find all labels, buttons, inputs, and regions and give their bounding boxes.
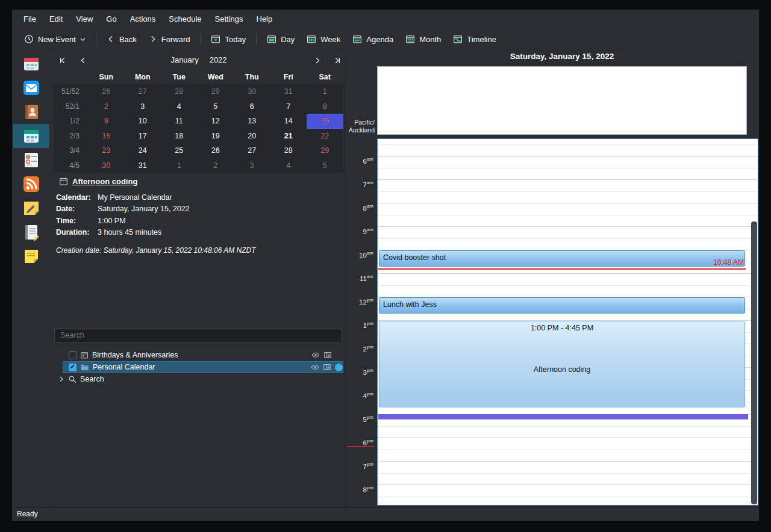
calendar-checkbox[interactable] <box>69 363 76 371</box>
calendar-search-row[interactable]: Search <box>54 373 343 385</box>
day-cell[interactable]: 11 <box>161 114 198 129</box>
week-number[interactable]: 52/1 <box>54 99 88 114</box>
day-cell[interactable]: 16 <box>88 129 125 144</box>
menu-help[interactable]: Help <box>250 12 279 26</box>
sidebar-item-notes[interactable] <box>13 196 49 220</box>
week-number[interactable]: 2/3 <box>54 129 88 144</box>
week-view-button[interactable]: Week <box>301 31 346 47</box>
sidebar-item-feeds[interactable] <box>13 172 49 196</box>
day-cell[interactable]: 26 <box>198 143 234 158</box>
date-navigator-grid[interactable]: 51/52262728293031152/123456781/291011121… <box>54 84 343 173</box>
calendar-list-item[interactable]: Birthdays & Anniversaries <box>54 349 343 361</box>
sidebar-item-mail[interactable] <box>13 76 49 100</box>
day-cell[interactable]: 1 <box>307 84 343 99</box>
agenda-event[interactable]: Lunch with Jess <box>379 297 745 314</box>
calendar-list-item-selected[interactable]: Personal Calendar <box>63 361 343 373</box>
agenda-scrollbar-thumb[interactable] <box>751 221 757 504</box>
day-cell[interactable]: 3 <box>234 158 270 173</box>
agenda-event[interactable]: 1:00 PM - 4:45 PMAfternoon coding <box>379 321 745 407</box>
day-view-button[interactable]: Day <box>261 31 301 47</box>
agenda-event[interactable]: Covid booster shot <box>379 250 745 267</box>
day-cell[interactable]: 30 <box>234 84 270 99</box>
day-cell[interactable]: 1 <box>161 158 198 173</box>
week-number[interactable]: 4/5 <box>54 158 88 173</box>
day-cell[interactable]: 31 <box>125 158 161 173</box>
day-cell[interactable]: 5 <box>198 99 234 114</box>
menu-view[interactable]: View <box>69 12 99 26</box>
sidebar-item-todo[interactable] <box>13 148 49 172</box>
day-cell[interactable]: 5 <box>307 158 343 173</box>
day-cell[interactable]: 27 <box>234 143 270 158</box>
sidebar-item-calendar[interactable] <box>13 124 49 148</box>
list-panel-icon[interactable] <box>323 351 332 359</box>
month-button[interactable]: January <box>170 55 198 64</box>
search-input[interactable] <box>54 328 342 342</box>
timeline-view-button[interactable]: Timeline <box>447 31 502 47</box>
week-number[interactable]: 1/2 <box>54 114 88 129</box>
day-cell[interactable]: 7 <box>270 99 307 114</box>
calendar-checkbox[interactable] <box>69 351 76 359</box>
day-cell[interactable]: 30 <box>88 158 125 173</box>
day-cell[interactable]: 2 <box>198 158 234 173</box>
all-day-area[interactable] <box>377 66 747 135</box>
event-details-title[interactable]: Afternoon coding <box>59 177 137 186</box>
forward-button[interactable]: Forward <box>143 32 196 47</box>
day-cell[interactable]: 20 <box>234 129 270 144</box>
today-button[interactable]: Today <box>205 31 252 47</box>
day-cell[interactable]: 14 <box>270 114 307 129</box>
sidebar-item-journal[interactable] <box>13 220 49 244</box>
menu-go[interactable]: Go <box>99 12 123 26</box>
day-cell[interactable]: 22 <box>307 129 343 144</box>
day-cell[interactable]: 8 <box>307 99 343 114</box>
menu-file[interactable]: File <box>17 12 43 26</box>
calendar-color-dot[interactable] <box>335 363 343 371</box>
day-cell[interactable]: 28 <box>270 143 307 158</box>
menu-settings[interactable]: Settings <box>208 12 250 26</box>
day-cell[interactable]: 23 <box>88 143 125 158</box>
panel-splitter[interactable] <box>345 51 345 507</box>
agenda-view-button[interactable]: Agenda <box>346 31 399 47</box>
back-button[interactable]: Back <box>101 32 143 47</box>
list-panel-icon[interactable] <box>323 363 331 371</box>
day-cell[interactable]: 10 <box>125 114 161 129</box>
menu-schedule[interactable]: Schedule <box>162 12 208 26</box>
day-cell[interactable]: 24 <box>125 143 161 158</box>
agenda-grid[interactable]: Covid booster shotLunch with Jess1:00 PM… <box>377 138 758 506</box>
week-number[interactable]: 3/4 <box>54 143 88 158</box>
day-cell[interactable]: 31 <box>270 84 307 99</box>
day-cell[interactable]: 17 <box>125 129 161 144</box>
next-year-button[interactable] <box>332 55 343 66</box>
sidebar-item-summary[interactable] <box>13 52 49 76</box>
week-number[interactable]: 51/52 <box>54 84 88 99</box>
day-cell[interactable]: 9 <box>88 114 125 129</box>
menu-edit[interactable]: Edit <box>43 12 69 26</box>
day-cell[interactable]: 27 <box>125 84 161 99</box>
menu-actions[interactable]: Actions <box>123 12 163 26</box>
day-cell[interactable]: 25 <box>161 143 198 158</box>
day-cell[interactable]: 2 <box>88 99 125 114</box>
day-cell[interactable]: 4 <box>161 99 198 114</box>
day-cell[interactable]: 18 <box>161 129 198 144</box>
day-cell[interactable]: 19 <box>198 129 234 144</box>
sidebar-item-contacts[interactable] <box>13 100 49 124</box>
day-cell[interactable]: 3 <box>125 99 161 114</box>
day-cell[interactable]: 12 <box>198 114 234 129</box>
eye-icon[interactable] <box>311 363 319 371</box>
day-cell[interactable]: 21 <box>270 129 307 144</box>
new-event-button[interactable]: New Event <box>18 31 92 47</box>
year-button[interactable]: 2022 <box>210 55 227 64</box>
day-cell[interactable]: 29 <box>307 143 343 158</box>
day-cell[interactable]: 13 <box>234 114 270 129</box>
day-cell[interactable]: 28 <box>161 84 198 99</box>
day-cell[interactable]: 15 <box>307 114 343 129</box>
next-month-button[interactable] <box>312 55 323 66</box>
event-title-link[interactable]: Afternoon coding <box>72 177 137 186</box>
day-cell[interactable]: 26 <box>88 84 125 99</box>
day-cell[interactable]: 6 <box>234 99 270 114</box>
sidebar-item-sticky-notes[interactable] <box>13 244 49 268</box>
month-view-button[interactable]: Month <box>399 31 447 47</box>
day-cell[interactable]: 29 <box>198 84 234 99</box>
chevron-right-icon[interactable] <box>58 376 64 382</box>
eye-icon[interactable] <box>311 351 320 359</box>
day-cell[interactable]: 4 <box>270 158 307 173</box>
